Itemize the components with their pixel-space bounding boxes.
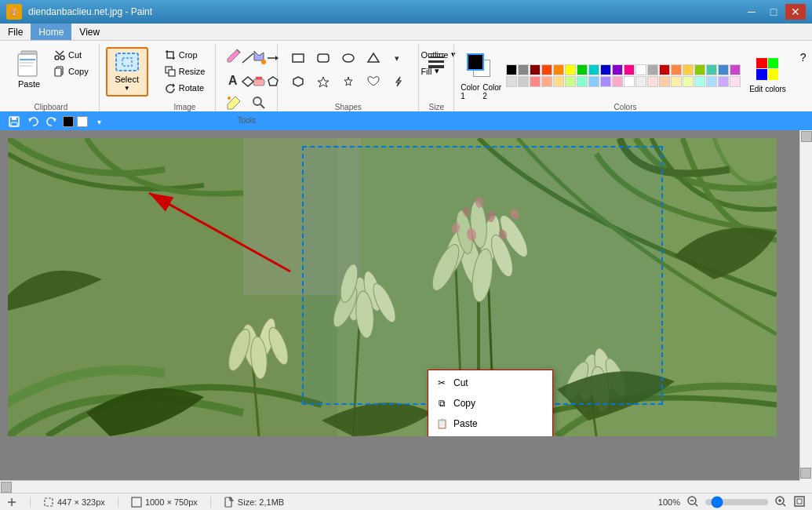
color-cell[interactable] [647, 64, 658, 75]
undo-button[interactable] [25, 115, 41, 129]
svg-rect-22 [293, 54, 304, 62]
color-cell[interactable] [683, 76, 694, 87]
shape-diamond[interactable] [236, 71, 260, 93]
svg-line-95 [783, 504, 785, 506]
color-cell[interactable] [541, 76, 552, 87]
color-cell[interactable] [588, 76, 599, 87]
menu-file[interactable]: File [0, 24, 31, 40]
size-label: Size [429, 103, 444, 111]
cut-button[interactable]: Cut [50, 47, 93, 63]
color-cell[interactable] [530, 64, 541, 75]
color-cell[interactable] [530, 76, 541, 87]
color-cell[interactable] [506, 76, 517, 87]
fullscreen-button[interactable] [793, 495, 806, 509]
horizontal-scrollbar[interactable] [0, 480, 799, 493]
rotate-button[interactable]: Rotate [161, 80, 209, 96]
tools-label: Tools [238, 116, 256, 125]
color-cell[interactable] [600, 76, 611, 87]
shape-heart[interactable] [362, 71, 385, 93]
color1-swatch[interactable] [467, 53, 484, 71]
shape-ellipse[interactable] [337, 47, 360, 69]
color-cell[interactable] [541, 64, 552, 75]
color-cell[interactable] [635, 76, 646, 87]
color-cell[interactable] [612, 64, 623, 75]
statusbar: 447 × 323px 1000 × 750px Size: 2,1MB 100… [0, 493, 812, 510]
zoom-in-button[interactable] [774, 495, 787, 509]
selection-icon [43, 497, 54, 508]
menu-home[interactable]: Home [31, 24, 71, 40]
shape-lightning[interactable] [387, 71, 410, 93]
zoom-out-button[interactable] [686, 495, 699, 509]
color-cell[interactable] [730, 64, 741, 75]
image-label: Image [174, 103, 196, 111]
ctx-copy[interactable]: ⧉ Copy [428, 393, 552, 413]
color-cell[interactable] [659, 76, 670, 87]
edit-colors-label: Edit colors [749, 85, 786, 93]
minimize-button[interactable]: ─ [741, 4, 762, 20]
paste-button[interactable]: Paste [9, 44, 49, 93]
color-cell[interactable] [706, 76, 717, 87]
ctx-cut[interactable]: ✂ Cut [428, 373, 552, 393]
resize-button[interactable]: Resize [161, 64, 209, 79]
select-button[interactable]: Select ▼ [106, 47, 148, 97]
crop-button[interactable]: Crop [161, 47, 209, 63]
color-cell[interactable] [588, 64, 599, 75]
color-cell[interactable] [694, 64, 705, 75]
shape-rect[interactable] [286, 47, 310, 69]
help-button[interactable]: ? [796, 49, 810, 66]
shape-line[interactable] [236, 47, 260, 69]
color-cell[interactable] [518, 76, 529, 87]
color-cell[interactable] [647, 76, 658, 87]
shape-star5[interactable] [337, 71, 360, 93]
color-cell[interactable] [565, 64, 576, 75]
size-selector[interactable] [425, 44, 447, 70]
color-cell[interactable] [624, 76, 635, 87]
shape-hexagon[interactable] [286, 71, 310, 93]
svg-rect-88 [225, 497, 231, 507]
canvas-image[interactable]: ✂ Cut ⧉ Copy 📋 Paste Crop [8, 138, 777, 436]
color-cell[interactable] [730, 76, 741, 87]
redo-button[interactable] [44, 115, 60, 129]
close-button[interactable]: ✕ [785, 4, 806, 20]
menu-view[interactable]: View [71, 24, 107, 40]
color-cell[interactable] [635, 64, 646, 75]
shape-pentagon[interactable] [261, 71, 285, 93]
color-cell[interactable] [612, 76, 623, 87]
shape-roundrect[interactable] [311, 47, 335, 69]
qat-dropdown[interactable]: ▾ [91, 115, 107, 129]
color-cell[interactable] [506, 64, 517, 75]
color-cell[interactable] [553, 64, 564, 75]
color-cell[interactable] [671, 64, 682, 75]
file-size: Size: 2,1MB [238, 497, 284, 507]
maximize-button[interactable]: □ [763, 4, 784, 20]
color-cell[interactable] [671, 76, 682, 87]
color-cell[interactable] [577, 76, 588, 87]
shape-triangle[interactable] [362, 47, 385, 69]
color-cell[interactable] [718, 76, 729, 87]
edit-colors-button[interactable]: Edit colors [745, 56, 790, 96]
color-cell[interactable] [565, 76, 576, 87]
color-cell[interactable] [659, 64, 670, 75]
palette-row1 [506, 64, 741, 75]
shape-arrow[interactable] [261, 47, 285, 69]
svg-rect-4 [20, 65, 32, 67]
color-cell[interactable] [718, 64, 729, 75]
color-cell[interactable] [683, 64, 694, 75]
shape-star4[interactable] [311, 71, 335, 93]
ribbon: Paste Cut Copy Clipboard [0, 41, 812, 113]
color-cell[interactable] [706, 64, 717, 75]
svg-marker-25 [368, 53, 379, 62]
color-cell[interactable] [624, 64, 635, 75]
ctx-paste[interactable]: 📋 Paste [428, 413, 552, 434]
copy-button[interactable]: Copy [50, 64, 93, 79]
shape-more[interactable]: ▾ [387, 47, 410, 69]
color-cell[interactable] [553, 76, 564, 87]
color-cell[interactable] [518, 64, 529, 75]
svg-marker-31 [344, 77, 352, 86]
zoom-slider[interactable] [705, 499, 768, 505]
color-cell[interactable] [600, 64, 611, 75]
color-cell[interactable] [577, 64, 588, 75]
select-label: Select [115, 75, 139, 84]
color-cell[interactable] [694, 76, 705, 87]
save-button[interactable] [6, 115, 22, 129]
